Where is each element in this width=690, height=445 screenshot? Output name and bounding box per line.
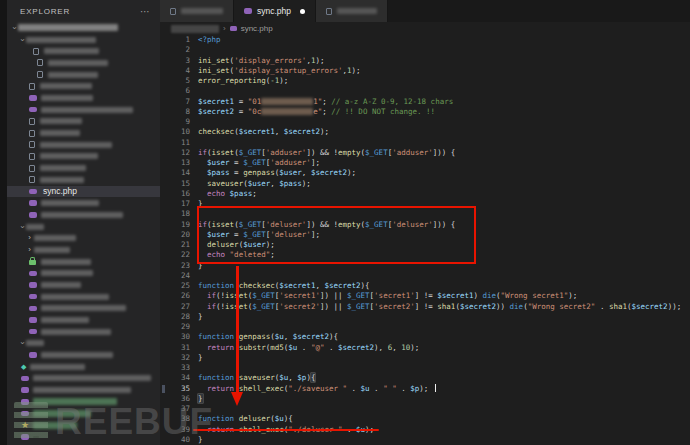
tab-bar: sync.php: [160, 0, 690, 22]
code-line-2[interactable]: 2: [160, 45, 690, 55]
sidebar-item-redacted[interactable]: [7, 151, 160, 163]
sidebar-item-redacted[interactable]: [7, 116, 160, 128]
sidebar-item-redacted[interactable]: [7, 162, 160, 174]
sidebar-item-redacted[interactable]: [7, 57, 160, 69]
code-line-26[interactable]: 26 if(!isset($_GET['secret1']) || $_GET[…: [160, 291, 690, 301]
code-line-23[interactable]: 23}: [160, 261, 690, 271]
sidebar-item-redacted[interactable]: [7, 267, 160, 279]
sidebar-item-redacted[interactable]: ★: [7, 419, 160, 431]
sidebar-item-redacted[interactable]: [7, 80, 160, 92]
code-line-11[interactable]: 11: [160, 138, 690, 148]
token: ;: [322, 107, 331, 116]
code-line-7[interactable]: 7$secret1 = "011"; // a-z A-Z 0-9, 12-18…: [160, 97, 690, 107]
code-line-36[interactable]: 36}: [160, 394, 690, 404]
code-line-16[interactable]: 16 echo $pass;: [160, 189, 690, 199]
code-line-40[interactable]: 40}: [160, 435, 690, 445]
breadcrumb-folder-redacted[interactable]: [171, 25, 219, 33]
code-line-4[interactable]: 4ini_set('display_startup_errors',1);: [160, 66, 690, 76]
sidebar-item-redacted[interactable]: [7, 314, 160, 326]
sidebar-item-redacted[interactable]: ›: [7, 34, 160, 46]
sidebar-item-redacted[interactable]: [7, 45, 160, 57]
code-line-5[interactable]: 5error_reporting(-1);: [160, 76, 690, 86]
sidebar-item-redacted[interactable]: [7, 92, 160, 104]
code-line-6[interactable]: 6: [160, 86, 690, 96]
redacted-file-name: [41, 294, 109, 300]
code-line-27[interactable]: 27 if(!isset($_GET['secret2']) || $_GET[…: [160, 302, 690, 312]
code-line-17[interactable]: 17}: [160, 199, 690, 209]
tab-redacted[interactable]: [316, 0, 388, 22]
code-line-19[interactable]: 19if(isset($_GET['deluser']) && !empty($…: [160, 220, 690, 230]
tab-redacted[interactable]: [160, 0, 234, 22]
sidebar-item-redacted[interactable]: ›: [7, 221, 160, 233]
sidebar-item-redacted[interactable]: [7, 408, 160, 420]
tab-sync.php[interactable]: sync.php: [234, 0, 316, 22]
code-line-20[interactable]: 20 $user = $_GET['deluser'];: [160, 230, 690, 240]
token: "./deluser ": [288, 425, 342, 434]
file-icon: [37, 59, 43, 66]
sidebar-item-redacted[interactable]: [7, 174, 160, 186]
sidebar-item-redacted[interactable]: [7, 127, 160, 139]
code-line-8[interactable]: 8$secret2 = "0ce"; // !! DO NOT change. …: [160, 107, 690, 117]
sidebar-item-redacted[interactable]: [7, 209, 160, 221]
redacted-file-name: [40, 177, 84, 183]
sidebar-item-redacted[interactable]: ›: [7, 338, 160, 350]
token: function: [198, 281, 234, 290]
sidebar-item-redacted[interactable]: [7, 431, 160, 443]
code-line-33[interactable]: 33: [160, 363, 690, 373]
code-line-15[interactable]: 15 saveuser($user, $pass);: [160, 179, 690, 189]
token: $_GET: [347, 291, 370, 300]
sidebar-item-redacted[interactable]: [7, 139, 160, 151]
token: ];: [311, 158, 320, 167]
code-line-12[interactable]: 12if(isset($_GET['adduser']) && !empty($…: [160, 148, 690, 158]
token: 'adduser': [392, 148, 433, 157]
sidebar-item-redacted[interactable]: [7, 256, 160, 268]
sidebar-item-redacted[interactable]: [7, 303, 160, 315]
sidebar-item-redacted[interactable]: [7, 291, 160, 303]
code-line-3[interactable]: 3ini_set('display_errors',1);: [160, 56, 690, 66]
sidebar-item-redacted[interactable]: ›: [7, 232, 160, 244]
sidebar-item-redacted[interactable]: [7, 69, 160, 81]
code-line-29[interactable]: 29: [160, 322, 690, 332]
code-line-13[interactable]: 13 $user = $_GET['adduser'];: [160, 158, 690, 168]
breadcrumb-file[interactable]: sync.php: [241, 24, 273, 33]
line-number: 8: [160, 107, 190, 117]
code-line-22[interactable]: 22 echo "deleted";: [160, 250, 690, 260]
token: 10: [401, 343, 410, 352]
code-line-31[interactable]: 31 return substr(md5($u . "@" . $secret2…: [160, 343, 690, 353]
line-number: 33: [160, 363, 190, 373]
code-line-30[interactable]: 30function genpass($u, $secret2){: [160, 332, 690, 342]
code-line-21[interactable]: 21 deluser($user);: [160, 240, 690, 250]
code-line-24[interactable]: 24: [160, 271, 690, 281]
sidebar-item-redacted[interactable]: ◆: [7, 361, 160, 373]
code-line-35[interactable]: 35 return shell_exec("./saveuser " . $u …: [160, 384, 690, 394]
code-line-32[interactable]: 32}: [160, 353, 690, 363]
code-line-1[interactable]: 1<?php: [160, 35, 690, 45]
token: if: [198, 148, 207, 157]
sidebar-item-redacted[interactable]: [7, 279, 160, 291]
code-line-28[interactable]: 28}: [160, 312, 690, 322]
sidebar-item-redacted[interactable]: [7, 349, 160, 361]
code-line-25[interactable]: 25function checksec($secret1, $secret2){: [160, 281, 690, 291]
lock-icon: [29, 260, 36, 265]
code-line-10[interactable]: 10checksec($secret1, $secret2);: [160, 127, 690, 137]
code-line-18[interactable]: 18: [160, 209, 690, 219]
explorer-actions-icon[interactable]: ⋯: [140, 6, 151, 17]
sidebar-item-redacted[interactable]: [7, 326, 160, 338]
sidebar-item-redacted[interactable]: [7, 396, 160, 408]
sidebar-item-redacted[interactable]: ›: [7, 22, 160, 34]
code-line-39[interactable]: 39 return shell_exec("./deluser " . $u);: [160, 425, 690, 435]
token: $secret2: [311, 168, 347, 177]
sidebar-item-redacted[interactable]: [7, 373, 160, 385]
code-line-34[interactable]: 34function saveuser($u, $p){: [160, 373, 690, 383]
sidebar-item-redacted[interactable]: [7, 384, 160, 396]
token: error_reporting: [198, 76, 266, 85]
sidebar-item-redacted[interactable]: ›: [7, 244, 160, 256]
sidebar-item-redacted[interactable]: [7, 197, 160, 209]
code-line-9[interactable]: 9: [160, 117, 690, 127]
modified-dot-icon[interactable]: [300, 9, 305, 14]
code-line-38[interactable]: 38function deluser($u){: [160, 414, 690, 424]
sidebar-item-redacted[interactable]: [7, 104, 160, 116]
code-line-14[interactable]: 14 $pass = genpass($user, $secret2);: [160, 168, 690, 178]
code-line-37[interactable]: 37: [160, 404, 690, 414]
sidebar-item-sync.php[interactable]: sync.php: [7, 186, 160, 198]
